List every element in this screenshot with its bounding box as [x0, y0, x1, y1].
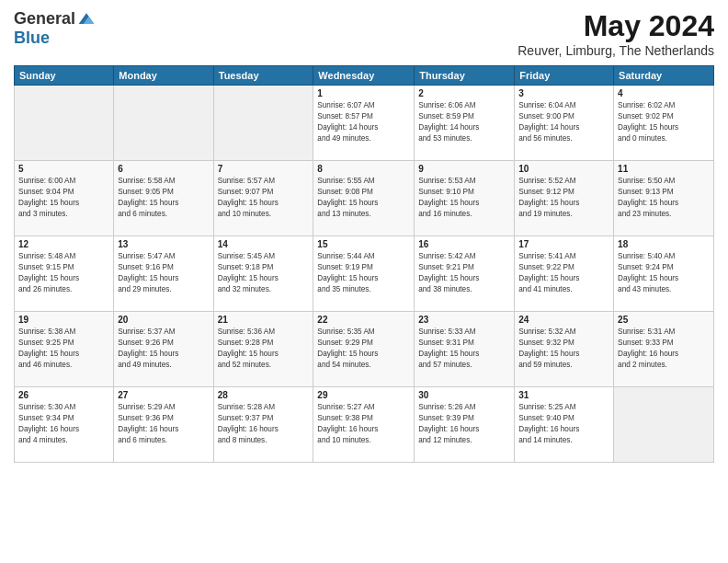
- day-info: Sunrise: 5:28 AM Sunset: 9:37 PM Dayligh…: [218, 402, 310, 446]
- day-number: 11: [618, 164, 710, 174]
- day-info: Sunrise: 5:25 AM Sunset: 9:40 PM Dayligh…: [518, 402, 609, 446]
- table-row: 20Sunrise: 5:37 AM Sunset: 9:26 PM Dayli…: [114, 312, 213, 387]
- table-row: 11Sunrise: 5:50 AM Sunset: 9:13 PM Dayli…: [614, 161, 714, 236]
- day-number: 19: [18, 315, 109, 325]
- table-row: 2Sunrise: 6:06 AM Sunset: 8:59 PM Daylig…: [415, 86, 515, 161]
- logo-icon: [77, 10, 96, 29]
- table-row: 1Sunrise: 6:07 AM Sunset: 8:57 PM Daylig…: [313, 86, 415, 161]
- calendar-week-4: 19Sunrise: 5:38 AM Sunset: 9:25 PM Dayli…: [15, 312, 714, 387]
- day-info: Sunrise: 5:37 AM Sunset: 9:26 PM Dayligh…: [118, 327, 209, 371]
- day-number: 15: [317, 239, 410, 249]
- table-row: 4Sunrise: 6:02 AM Sunset: 9:02 PM Daylig…: [614, 86, 714, 161]
- day-number: 2: [418, 88, 510, 98]
- day-number: 14: [218, 239, 310, 249]
- day-number: 23: [418, 315, 510, 325]
- table-row: 23Sunrise: 5:33 AM Sunset: 9:31 PM Dayli…: [415, 312, 515, 387]
- day-number: 16: [418, 239, 510, 249]
- table-row: 12Sunrise: 5:48 AM Sunset: 9:15 PM Dayli…: [15, 236, 114, 312]
- day-number: 9: [418, 164, 510, 174]
- table-row: 27Sunrise: 5:29 AM Sunset: 9:36 PM Dayli…: [114, 387, 213, 463]
- header-saturday: Saturday: [614, 66, 714, 86]
- day-number: 8: [317, 164, 410, 174]
- day-info: Sunrise: 6:02 AM Sunset: 9:02 PM Dayligh…: [618, 100, 710, 144]
- day-number: 12: [18, 239, 109, 249]
- day-info: Sunrise: 5:30 AM Sunset: 9:34 PM Dayligh…: [18, 402, 109, 446]
- day-info: Sunrise: 5:26 AM Sunset: 9:39 PM Dayligh…: [418, 402, 510, 446]
- day-number: 18: [618, 239, 710, 249]
- table-row: 15Sunrise: 5:44 AM Sunset: 9:19 PM Dayli…: [313, 236, 415, 312]
- day-number: 31: [518, 390, 609, 400]
- title-section: May 2024 Reuver, Limburg, The Netherland…: [518, 9, 714, 58]
- day-number: 7: [218, 164, 310, 174]
- day-number: 17: [518, 239, 609, 249]
- day-info: Sunrise: 5:57 AM Sunset: 9:07 PM Dayligh…: [218, 176, 310, 220]
- day-info: Sunrise: 5:27 AM Sunset: 9:38 PM Dayligh…: [317, 402, 410, 446]
- day-info: Sunrise: 5:33 AM Sunset: 9:31 PM Dayligh…: [418, 327, 510, 371]
- table-row: 13Sunrise: 5:47 AM Sunset: 9:16 PM Dayli…: [114, 236, 213, 312]
- day-number: 4: [618, 88, 710, 98]
- calendar-week-2: 5Sunrise: 6:00 AM Sunset: 9:04 PM Daylig…: [15, 161, 714, 236]
- day-info: Sunrise: 5:29 AM Sunset: 9:36 PM Dayligh…: [118, 402, 209, 446]
- calendar-header-row: Sunday Monday Tuesday Wednesday Thursday…: [15, 66, 714, 86]
- table-row: 10Sunrise: 5:52 AM Sunset: 9:12 PM Dayli…: [515, 161, 614, 236]
- day-number: 27: [118, 390, 209, 400]
- table-row: [15, 86, 114, 161]
- header-tuesday: Tuesday: [213, 66, 313, 86]
- table-row: 3Sunrise: 6:04 AM Sunset: 9:00 PM Daylig…: [515, 86, 614, 161]
- day-info: Sunrise: 5:42 AM Sunset: 9:21 PM Dayligh…: [418, 251, 510, 295]
- header-friday: Friday: [515, 66, 614, 86]
- page-header: General Blue May 2024 Reuver, Limburg, T…: [14, 9, 714, 58]
- day-info: Sunrise: 5:35 AM Sunset: 9:29 PM Dayligh…: [317, 327, 410, 371]
- logo-general: General: [14, 9, 75, 29]
- calendar-week-5: 26Sunrise: 5:30 AM Sunset: 9:34 PM Dayli…: [15, 387, 714, 463]
- day-number: 20: [118, 315, 209, 325]
- day-number: 30: [418, 390, 510, 400]
- table-row: 8Sunrise: 5:55 AM Sunset: 9:08 PM Daylig…: [313, 161, 415, 236]
- calendar-week-3: 12Sunrise: 5:48 AM Sunset: 9:15 PM Dayli…: [15, 236, 714, 312]
- day-number: 6: [118, 164, 209, 174]
- day-info: Sunrise: 6:06 AM Sunset: 8:59 PM Dayligh…: [418, 100, 510, 144]
- header-monday: Monday: [114, 66, 213, 86]
- day-info: Sunrise: 5:47 AM Sunset: 9:16 PM Dayligh…: [118, 251, 209, 295]
- day-number: 25: [618, 315, 710, 325]
- day-number: 26: [18, 390, 109, 400]
- header-thursday: Thursday: [415, 66, 515, 86]
- table-row: 30Sunrise: 5:26 AM Sunset: 9:39 PM Dayli…: [415, 387, 515, 463]
- table-row: 26Sunrise: 5:30 AM Sunset: 9:34 PM Dayli…: [15, 387, 114, 463]
- day-info: Sunrise: 6:00 AM Sunset: 9:04 PM Dayligh…: [18, 176, 109, 220]
- day-number: 13: [118, 239, 209, 249]
- day-number: 10: [518, 164, 609, 174]
- table-row: 5Sunrise: 6:00 AM Sunset: 9:04 PM Daylig…: [15, 161, 114, 236]
- table-row: 29Sunrise: 5:27 AM Sunset: 9:38 PM Dayli…: [313, 387, 415, 463]
- logo-blue: Blue: [14, 29, 50, 47]
- day-number: 21: [218, 315, 310, 325]
- table-row: 28Sunrise: 5:28 AM Sunset: 9:37 PM Dayli…: [213, 387, 313, 463]
- calendar-table: Sunday Monday Tuesday Wednesday Thursday…: [14, 65, 714, 463]
- table-row: 16Sunrise: 5:42 AM Sunset: 9:21 PM Dayli…: [415, 236, 515, 312]
- month-title: May 2024: [518, 9, 714, 43]
- table-row: 21Sunrise: 5:36 AM Sunset: 9:28 PM Dayli…: [213, 312, 313, 387]
- day-info: Sunrise: 5:55 AM Sunset: 9:08 PM Dayligh…: [317, 176, 410, 220]
- day-info: Sunrise: 5:41 AM Sunset: 9:22 PM Dayligh…: [518, 251, 609, 295]
- day-info: Sunrise: 5:53 AM Sunset: 9:10 PM Dayligh…: [418, 176, 510, 220]
- table-row: 19Sunrise: 5:38 AM Sunset: 9:25 PM Dayli…: [15, 312, 114, 387]
- day-info: Sunrise: 5:52 AM Sunset: 9:12 PM Dayligh…: [518, 176, 609, 220]
- table-row: 18Sunrise: 5:40 AM Sunset: 9:24 PM Dayli…: [614, 236, 714, 312]
- table-row: 7Sunrise: 5:57 AM Sunset: 9:07 PM Daylig…: [213, 161, 313, 236]
- table-row: [114, 86, 213, 161]
- day-number: 22: [317, 315, 410, 325]
- day-info: Sunrise: 6:07 AM Sunset: 8:57 PM Dayligh…: [317, 100, 410, 144]
- table-row: 6Sunrise: 5:58 AM Sunset: 9:05 PM Daylig…: [114, 161, 213, 236]
- table-row: 14Sunrise: 5:45 AM Sunset: 9:18 PM Dayli…: [213, 236, 313, 312]
- day-number: 29: [317, 390, 410, 400]
- day-number: 24: [518, 315, 609, 325]
- day-info: Sunrise: 5:48 AM Sunset: 9:15 PM Dayligh…: [18, 251, 109, 295]
- day-number: 28: [218, 390, 310, 400]
- day-number: 5: [18, 164, 109, 174]
- day-info: Sunrise: 5:45 AM Sunset: 9:18 PM Dayligh…: [218, 251, 310, 295]
- table-row: 25Sunrise: 5:31 AM Sunset: 9:33 PM Dayli…: [614, 312, 714, 387]
- day-number: 1: [317, 88, 410, 98]
- table-row: [213, 86, 313, 161]
- calendar-week-1: 1Sunrise: 6:07 AM Sunset: 8:57 PM Daylig…: [15, 86, 714, 161]
- day-info: Sunrise: 5:38 AM Sunset: 9:25 PM Dayligh…: [18, 327, 109, 371]
